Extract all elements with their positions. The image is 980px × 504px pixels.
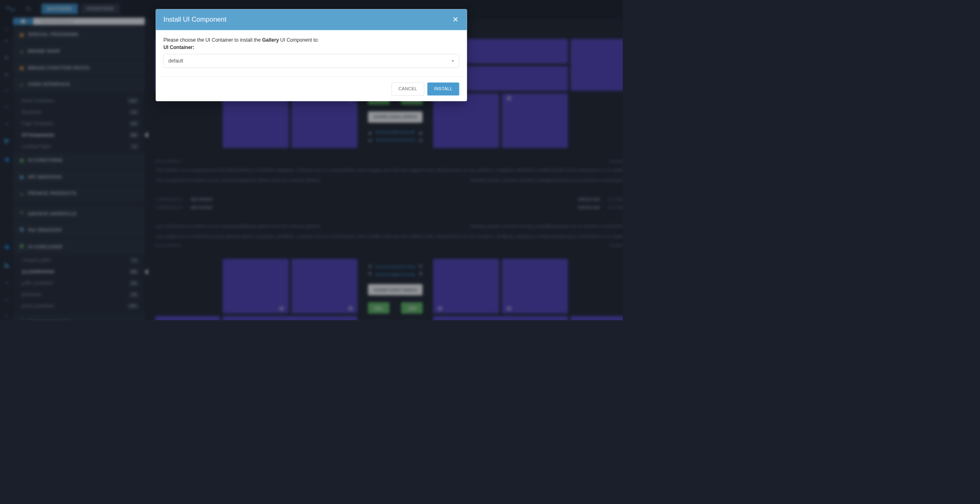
modal-title: Install UI Component (163, 16, 226, 24)
cancel-button[interactable]: CANCEL (392, 83, 424, 96)
ui-container-select[interactable]: default ▾ (163, 54, 459, 68)
instruction-suffix: UI Component to: (279, 37, 319, 42)
install-button[interactable]: INSTALL (427, 83, 459, 96)
instruction-prefix: Please choose the UI Container to instal… (163, 37, 262, 42)
ui-container-label: UI Container: (163, 45, 459, 50)
select-value: default (168, 58, 183, 64)
modal-instruction: Please choose the UI Container to instal… (163, 37, 459, 43)
component-name: Gallery (262, 37, 279, 42)
install-component-modal: Install UI Component ✕ Please choose the… (156, 9, 467, 101)
chevron-down-icon: ▾ (452, 58, 454, 64)
close-icon[interactable]: ✕ (452, 15, 459, 24)
